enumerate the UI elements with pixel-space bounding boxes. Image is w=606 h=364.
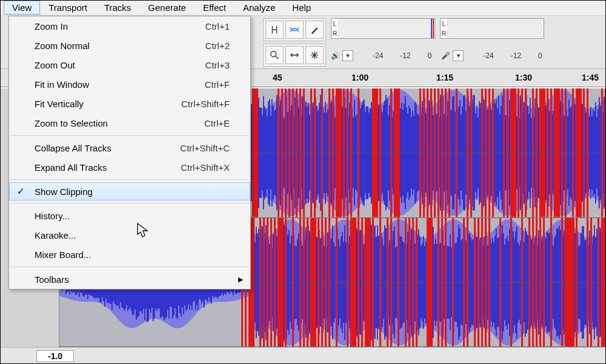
menu-shortcut: Ctrl+E — [204, 118, 242, 128]
menu-generate[interactable]: Generate — [139, 1, 195, 15]
menu-item-label: Karaoke... — [35, 230, 76, 240]
menu-shortcut: Ctrl+2 — [205, 41, 242, 51]
menu-separator — [10, 266, 249, 267]
menu-item-fit-vertically[interactable]: Fit VerticallyCtrl+Shift+F — [9, 94, 250, 113]
submenu-arrow-icon: ▶ — [238, 276, 243, 283]
menu-shortcut: Ctrl+Shift+X — [181, 162, 242, 173]
menu-item-zoom-to-selection[interactable]: Zoom to SelectionCtrl+E — [9, 113, 250, 133]
menu-item-label: Zoom Out — [35, 60, 75, 70]
menu-shortcut: Ctrl+3 — [205, 60, 242, 70]
menu-item-zoom-out[interactable]: Zoom OutCtrl+3 — [9, 55, 250, 74]
menu-item-label: Zoom Normal — [35, 41, 90, 51]
selection-tool-icon[interactable] — [265, 21, 284, 39]
menu-item-karaoke[interactable]: Karaoke... — [9, 225, 250, 245]
menu-item-label: Show Clipping — [35, 187, 93, 197]
svg-point-0 — [271, 51, 276, 57]
output-meter-menu[interactable]: ▼ — [342, 50, 353, 61]
menu-help[interactable]: Help — [284, 1, 319, 15]
menu-item-fit-in-window[interactable]: Fit in WindowCtrl+F — [9, 74, 250, 94]
menu-item-label: Zoom to Selection — [35, 118, 108, 128]
view-tools — [263, 44, 326, 67]
menu-item-collapse-all-tracks[interactable]: Collapse All TracksCtrl+Shift+C — [9, 138, 250, 157]
menu-shortcut: Ctrl+F — [205, 79, 242, 90]
menu-effect[interactable]: Effect — [195, 1, 235, 15]
time-label: 45 — [273, 73, 282, 82]
view-menu-dropdown: Zoom InCtrl+1Zoom NormalCtrl+2Zoom OutCt… — [8, 16, 251, 290]
envelope-tool-icon[interactable] — [285, 21, 304, 39]
menubar: View Transport Tracks Generate Effect An… — [0, 0, 606, 16]
time-label: 1:00 — [351, 73, 368, 82]
menu-item-label: History... — [35, 211, 70, 221]
time-label: 1:30 — [515, 73, 532, 82]
multi-tool-icon[interactable] — [305, 46, 324, 64]
status-bar: -1.0 — [0, 347, 606, 364]
menu-shortcut: Ctrl+1 — [205, 21, 242, 31]
zoom-tool-icon[interactable] — [265, 46, 284, 64]
timeshift-tool-icon[interactable] — [285, 46, 304, 64]
menu-shortcut: Ctrl+Shift+C — [180, 143, 242, 153]
menu-item-label: Mixer Board... — [35, 250, 91, 260]
output-meter-scale: 🔊 ▼ -24 -12 0 — [331, 50, 431, 61]
meter-l-label-2: L — [441, 20, 448, 27]
menu-separator — [10, 135, 249, 136]
menu-transport[interactable]: Transport — [40, 1, 96, 15]
menu-item-label: Zoom In — [35, 21, 68, 31]
menu-item-zoom-normal[interactable]: Zoom NormalCtrl+2 — [9, 36, 250, 55]
input-meter-scale: 🎤 ▼ -24 -12 0 — [441, 50, 542, 61]
check-icon: ✓ — [17, 186, 25, 197]
output-meter: L R — [331, 18, 435, 39]
draw-tool-icon[interactable] — [305, 21, 324, 39]
meter-r-label-2: R — [441, 30, 448, 37]
input-meter-menu[interactable]: ▼ — [453, 50, 464, 61]
menu-item-zoom-in[interactable]: Zoom InCtrl+1 — [9, 16, 250, 36]
menu-item-label: Expand All Tracks — [35, 162, 107, 173]
input-meter: L R — [440, 18, 544, 39]
menu-separator — [10, 179, 249, 180]
time-label: 1:15 — [436, 73, 453, 82]
meter-l-label: L — [331, 20, 339, 27]
mic-icon: 🎤 — [441, 51, 450, 60]
menu-item-label: Toolbars — [35, 274, 69, 285]
menu-shortcut: Ctrl+Shift+F — [181, 99, 242, 109]
time-label: 1:45 — [582, 73, 599, 82]
menu-tracks[interactable]: Tracks — [96, 1, 139, 15]
amplitude-value: -1.0 — [36, 350, 74, 362]
menu-item-mixer-board[interactable]: Mixer Board... — [9, 245, 250, 264]
menu-item-show-clipping[interactable]: ✓Show Clipping — [9, 182, 250, 200]
edit-tools — [263, 18, 326, 41]
menu-item-expand-all-tracks[interactable]: Expand All TracksCtrl+Shift+X — [9, 157, 250, 177]
menu-item-label: Fit Vertically — [35, 99, 84, 109]
speaker-icon: 🔊 — [331, 51, 340, 60]
menu-separator — [10, 203, 249, 204]
meter-r-label: R — [331, 30, 339, 37]
menu-item-label: Fit in Window — [35, 79, 89, 90]
menu-view[interactable]: View — [4, 1, 40, 15]
menu-item-toolbars[interactable]: Toolbars▶ — [9, 270, 250, 289]
menu-analyze[interactable]: Analyze — [235, 1, 284, 15]
menu-item-history[interactable]: History... — [9, 206, 250, 225]
menu-item-label: Collapse All Tracks — [35, 143, 112, 153]
